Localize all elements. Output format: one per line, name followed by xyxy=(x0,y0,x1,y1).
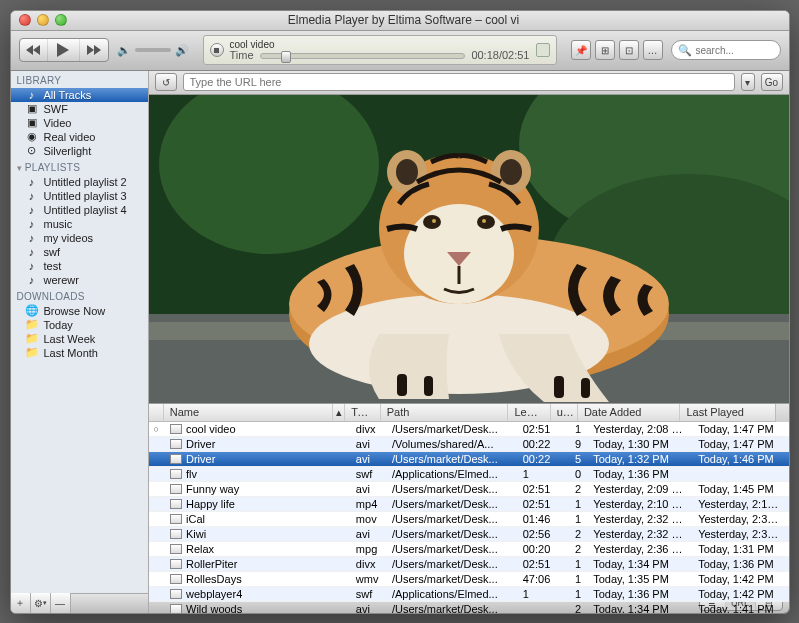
progress-slider[interactable] xyxy=(260,53,466,59)
url-input[interactable] xyxy=(183,73,735,91)
table-row[interactable]: Driveravi/Volumes/shared/A...00:229Today… xyxy=(149,437,789,452)
cell-name: Driver xyxy=(164,438,338,450)
add-playlist-button[interactable]: ＋ xyxy=(11,593,31,613)
sidebar-item[interactable]: ♪music xyxy=(11,217,148,231)
sidebar-item-icon: 📁 xyxy=(25,319,39,331)
cell-length: 02:51 xyxy=(517,498,560,510)
titlebar[interactable]: Elmedia Player by Eltima Software – cool… xyxy=(11,11,789,31)
sidebar-item[interactable]: 📁Last Week xyxy=(11,332,148,346)
back-button[interactable]: ↺ xyxy=(155,73,177,91)
sidebar-item[interactable]: ◉Real video xyxy=(11,130,148,144)
col-type[interactable]: Type xyxy=(345,404,381,421)
sidebar-item[interactable]: ♪werewr xyxy=(11,273,148,287)
sidebar-item-label: Untitled playlist 4 xyxy=(44,204,127,216)
go-button[interactable]: Go xyxy=(761,73,783,91)
volume-high-icon: 🔊 xyxy=(175,44,189,57)
sidebar-item[interactable]: 🌐Browse Now xyxy=(11,304,148,318)
search-input[interactable] xyxy=(696,45,790,56)
table-body[interactable]: ○cool videodivx/Users/market/Desk...02:5… xyxy=(149,422,789,613)
cell-date: Yesterday, 2:32 PM xyxy=(587,513,692,525)
more-button[interactable]: … xyxy=(643,40,663,60)
cell-type: wmv xyxy=(350,573,386,585)
remove-button[interactable]: — xyxy=(51,593,71,613)
table-row[interactable]: Funny wayavi/Users/market/Desk...02:512Y… xyxy=(149,482,789,497)
cell-last: Today, 1:45 PM xyxy=(692,483,788,495)
sidebar-item[interactable]: ♪Untitled playlist 2 xyxy=(11,175,148,189)
fit-button[interactable]: ⊡ xyxy=(619,40,639,60)
sidebar-item[interactable]: ⊙Silverlight xyxy=(11,144,148,158)
video-viewport[interactable] xyxy=(149,95,789,403)
sidebar-item[interactable]: ▣SWF xyxy=(11,102,148,116)
cell-path: /Users/market/Desk... xyxy=(386,543,517,555)
sidebar-item[interactable]: ♪All Tracks xyxy=(11,88,148,102)
cell-type: mov xyxy=(350,513,386,525)
volume-slider[interactable] xyxy=(135,48,171,52)
sidebar-item-label: Video xyxy=(44,117,72,129)
col-path[interactable]: Path xyxy=(381,404,509,421)
sidebar-item[interactable]: 📁Last Month xyxy=(11,346,148,360)
play-button[interactable] xyxy=(48,39,80,61)
stop-button[interactable] xyxy=(210,43,224,57)
zoom-window-button[interactable] xyxy=(55,14,67,26)
cell-length: 00:22 xyxy=(517,453,560,465)
next-button[interactable] xyxy=(80,39,108,61)
sidebar-item-label: Browse Now xyxy=(44,305,106,317)
sidebar-header[interactable]: PLAYLISTS xyxy=(11,158,148,175)
traffic-lights xyxy=(19,14,67,26)
sidebar-item[interactable]: ♪test xyxy=(11,259,148,273)
aspect-button[interactable]: ⊞ xyxy=(595,40,615,60)
volume-control[interactable]: 🔈 🔊 xyxy=(117,44,189,57)
col-marker[interactable] xyxy=(149,404,164,421)
table-row[interactable]: Kiwiavi/Users/market/Desk...02:562Yester… xyxy=(149,527,789,542)
col-last[interactable]: Last Played xyxy=(680,404,774,421)
search-field[interactable]: 🔍 xyxy=(671,40,781,60)
sidebar-item[interactable]: ♪my videos xyxy=(11,231,148,245)
col-unt[interactable]: unt xyxy=(551,404,578,421)
cell-name-text: Relax xyxy=(186,543,214,555)
sidebar-item[interactable]: ♪Untitled playlist 4 xyxy=(11,203,148,217)
sidebar-item-icon: ▣ xyxy=(25,103,39,115)
loop-icon[interactable] xyxy=(536,43,550,57)
sidebar-item[interactable]: ♪swf xyxy=(11,245,148,259)
cell-count: 5 xyxy=(560,453,588,465)
cell-path: /Users/market/Desk... xyxy=(386,558,517,570)
cell-name-text: cool video xyxy=(186,423,236,435)
table-row[interactable]: RollerPiterdivx/Users/market/Desk...02:5… xyxy=(149,557,789,572)
table-row[interactable]: Driveravi/Users/market/Desk...00:225Toda… xyxy=(149,452,789,467)
prev-button[interactable] xyxy=(20,39,48,61)
pin-button[interactable]: 📌 xyxy=(571,40,591,60)
table-header[interactable]: Name ▴ Type Path Length unt Date Added L… xyxy=(149,404,775,422)
table-row[interactable]: Wild woodsavi/Users/market/Desk...2Today… xyxy=(149,602,789,613)
settings-gear-button[interactable]: ⚙▾ xyxy=(31,593,51,613)
cell-name: cool video xyxy=(164,423,338,435)
table-row[interactable]: iCalmov/Users/market/Desk...01:461Yester… xyxy=(149,512,789,527)
minimize-window-button[interactable] xyxy=(37,14,49,26)
table-row[interactable]: flvswf/Applications/Elmed...10Today, 1:3… xyxy=(149,467,789,482)
cell-name: iCal xyxy=(164,513,338,525)
sidebar-item-label: my videos xyxy=(44,232,94,244)
table-row[interactable]: RollesDayswmv/Users/market/Desk...47:061… xyxy=(149,572,789,587)
cell-type: avi xyxy=(350,453,386,465)
cell-type: swf xyxy=(350,468,386,480)
table-row[interactable]: webplayer4swf/Applications/Elmed...11Tod… xyxy=(149,587,789,602)
cell-date: Yesterday, 2:08 PM xyxy=(587,423,692,435)
sidebar-item-label: Today xyxy=(44,319,73,331)
col-sort-arrow[interactable]: ▴ xyxy=(333,404,345,421)
table-row[interactable]: Happy lifemp4/Users/market/Desk...02:511… xyxy=(149,497,789,512)
sidebar: LIBRARY♪All Tracks▣SWF▣Video◉Real video⊙… xyxy=(11,71,149,613)
sidebar-item[interactable]: ▣Video xyxy=(11,116,148,130)
col-date[interactable]: Date Added xyxy=(578,404,681,421)
sidebar-item[interactable]: 📁Today xyxy=(11,318,148,332)
cell-path: /Applications/Elmed... xyxy=(386,468,517,480)
cell-name: RollerPiter xyxy=(164,558,338,570)
col-length[interactable]: Length xyxy=(508,404,550,421)
cell-type: avi xyxy=(350,528,386,540)
col-name[interactable]: Name xyxy=(164,404,334,421)
volume-low-icon: 🔈 xyxy=(117,44,131,57)
close-window-button[interactable] xyxy=(19,14,31,26)
table-row[interactable]: ○cool videodivx/Users/market/Desk...02:5… xyxy=(149,422,789,437)
sidebar-item[interactable]: ♪Untitled playlist 3 xyxy=(11,189,148,203)
file-icon xyxy=(170,529,182,539)
url-dropdown-button[interactable]: ▾ xyxy=(741,73,755,91)
table-row[interactable]: Relaxmpg/Users/market/Desk...00:202Yeste… xyxy=(149,542,789,557)
